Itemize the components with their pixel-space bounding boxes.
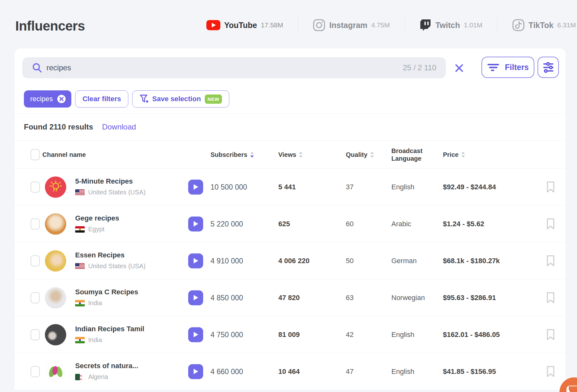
views-value: 625 [278,220,290,228]
platform-tabs: YouTube 17.58M Instagram 4.75M Twitch 1.… [206,14,577,36]
bookmark-button[interactable] [546,181,555,193]
tab-count: 1.01M [464,21,482,29]
download-link[interactable]: Download [102,122,136,131]
sort-icon [299,151,303,158]
channel-country: Egypt [75,226,104,233]
channel-name[interactable]: Secrets of natura... [75,362,138,370]
column-label: Language [391,155,423,162]
filters-button-label: Filters [505,63,529,72]
channel-name[interactable]: 5-Minute Recipes [75,177,133,186]
chat-smile-icon [566,386,577,392]
language-value: Norwegian [391,294,425,302]
views-value: 47 820 [278,294,300,302]
search-icon [32,62,43,73]
remove-chip-icon[interactable] [57,94,66,104]
youtube-play-button[interactable] [188,364,203,379]
youtube-play-button[interactable] [188,290,203,305]
channel-name[interactable]: Gege recipes [75,214,119,222]
channel-avatar [45,250,66,271]
tab-tiktok[interactable]: TikTok 6.31M [497,16,577,34]
column-broadcast-language: Broadcast Language [391,147,423,162]
column-label: Views [278,151,296,158]
price-value: $68.1k - $180.27k [443,257,500,265]
subscribers-value: 4 910 000 [210,256,243,265]
filter-chip-recipes[interactable]: recipes [24,90,71,108]
tab-label: YouTube [224,21,257,30]
quality-value: 47 [346,368,353,376]
flag-icon-india [75,337,85,343]
flag-icon-algeria [75,374,85,380]
channel-country: Algeria [75,373,108,381]
youtube-play-button[interactable] [188,216,203,231]
bookmark-button[interactable] [546,218,555,230]
tab-youtube[interactable]: YouTube 17.58M [206,16,298,34]
subscribers-value: 4 660 000 [210,367,243,376]
save-selection-button[interactable]: Save selection NEW [132,90,229,108]
subscribers-value: 4 850 000 [210,293,243,302]
clear-filters-button[interactable]: Clear filters [75,90,128,108]
quality-value: 60 [346,220,353,228]
channel-avatar [45,213,66,234]
search-input[interactable] [43,63,403,72]
column-quality[interactable]: Quality [346,151,374,158]
bookmark-button[interactable] [546,292,555,304]
channel-avatar [45,361,66,382]
table-header: Channel name Subscribers Views Quality B… [15,141,566,169]
tab-count: 4.75M [371,21,390,29]
table-row[interactable]: 5-Minute Recipes United States (USA) 10 … [15,169,566,206]
channel-avatar [45,324,66,345]
tab-twitch[interactable]: Twitch 1.01M [404,16,497,34]
table-row[interactable]: Gege recipes Egypt 5 220 000 625 60 Arab… [15,206,566,242]
country-label: Egypt [88,226,104,233]
column-label: Quality [346,151,367,158]
row-checkbox[interactable] [31,255,40,266]
flag-icon-india [75,300,85,306]
language-value: German [391,257,417,265]
bookmark-button[interactable] [546,329,555,341]
clear-search-button[interactable] [452,61,466,75]
channel-country: United States (USA) [75,262,146,270]
channel-country: India [75,336,102,344]
tab-instagram[interactable]: Instagram 4.75M [298,16,404,34]
price-value: $95.63 - $286.91 [443,294,496,302]
row-checkbox[interactable] [31,366,40,377]
select-all-checkbox[interactable] [31,149,40,160]
tab-label: Twitch [435,21,460,30]
tiktok-icon [512,19,525,32]
views-value: 10 464 [278,368,300,376]
language-value: English [391,368,414,376]
channel-avatar [45,176,66,198]
language-value: Arabic [391,220,411,228]
results-summary-row: Found 2110 results Download [15,113,566,141]
row-checkbox[interactable] [31,218,40,229]
tab-count: 17.58M [261,21,283,29]
filters-button[interactable]: Filters [481,57,534,78]
bookmark-button[interactable] [546,366,555,378]
table-row[interactable]: Secrets of natura... Algeria 4 660 000 1… [15,353,566,390]
table-row[interactable]: Soumya C Recipes India 4 850 000 47 820 … [15,279,566,316]
views-value: 4 006 220 [278,257,310,265]
table-row[interactable]: Essen Recipes United States (USA) 4 910 … [15,242,566,279]
column-subscribers[interactable]: Subscribers [210,151,254,158]
channel-name[interactable]: Soumya C Recipes [75,288,138,296]
column-channel-name: Channel name [42,151,86,158]
channel-name[interactable]: Essen Recipes [75,251,125,259]
bookmark-button[interactable] [546,255,555,267]
youtube-play-button[interactable] [188,327,203,342]
search-settings-button[interactable] [538,57,559,78]
column-label: Broadcast [391,147,423,155]
youtube-play-button[interactable] [188,179,203,194]
channel-name[interactable]: Indian Recipes Tamil [75,325,144,333]
instagram-icon [313,19,325,32]
row-checkbox[interactable] [31,181,40,192]
column-views[interactable]: Views [278,151,303,158]
column-label: Subscribers [210,151,247,158]
row-checkbox[interactable] [31,292,40,303]
youtube-play-button[interactable] [188,253,203,268]
row-checkbox[interactable] [31,329,40,340]
column-price[interactable]: Price [443,151,465,158]
search-bar: 25 / 2 110 [22,57,446,78]
table-row[interactable]: Indian Recipes Tamil India 4 750 000 81 … [15,316,566,353]
tab-label: Instagram [329,21,367,30]
save-selection-label: Save selection [152,95,201,103]
